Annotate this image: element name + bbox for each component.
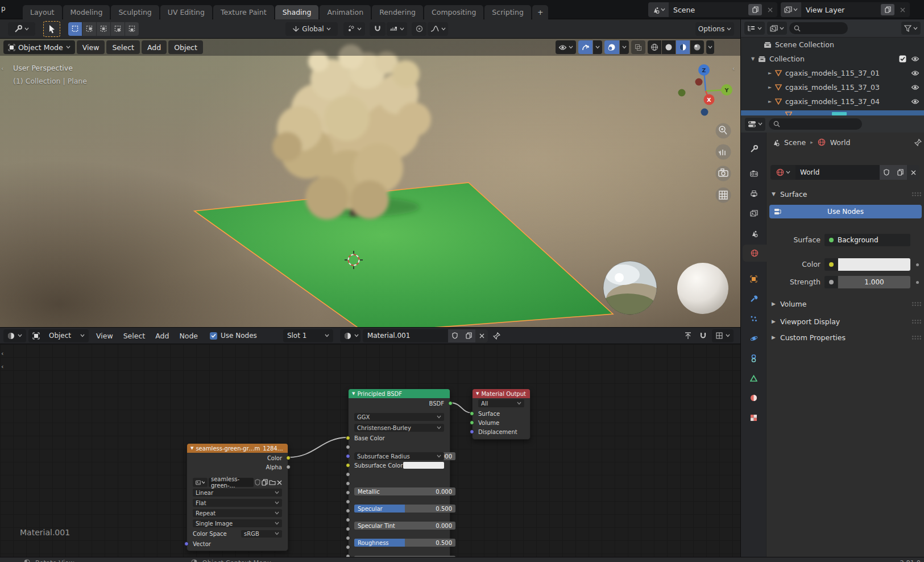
overlays-dropdown[interactable] <box>620 40 629 54</box>
outliner-row-cgaxis-models-115-37-03[interactable]: ►cgaxis_models_115_37_03 <box>741 80 924 94</box>
subsurface-method-dropdown[interactable]: Christensen-Burley <box>354 424 444 432</box>
properties-search-input[interactable] <box>769 118 862 130</box>
select-mode-extend-button[interactable] <box>82 22 96 36</box>
proportional-falloff-dropdown[interactable] <box>428 22 448 36</box>
workspace-tab-compositing[interactable]: Compositing <box>424 5 483 19</box>
view-layer-copy-button[interactable] <box>881 4 894 15</box>
outliner-display-mode-dropdown[interactable] <box>744 22 765 35</box>
target-dropdown[interactable]: All <box>478 399 524 407</box>
color-socket-button[interactable] <box>824 258 838 271</box>
surface-panel-header[interactable]: ▼ Surface <box>767 188 922 200</box>
fake-user-button[interactable] <box>448 329 462 342</box>
pan-hand-button[interactable] <box>716 144 731 160</box>
gray-socket-icon[interactable] <box>346 545 350 549</box>
vector-socket-icon[interactable] <box>470 429 474 434</box>
image-node-header[interactable]: ▼seamless-green-gr…m_1284-52275.png <box>187 444 288 453</box>
breadcrumb-scene[interactable]: Scene <box>784 138 806 147</box>
active-tool-select-button[interactable] <box>43 21 60 37</box>
gray-socket-icon[interactable] <box>286 465 291 469</box>
param-dropdown[interactable]: Subsurface Radius <box>354 452 444 460</box>
scene-browse-button[interactable] <box>648 2 669 17</box>
copy-material-button[interactable] <box>462 329 475 342</box>
gray-socket-icon[interactable] <box>346 518 350 522</box>
image-setting-dropdown[interactable]: Linear <box>193 489 282 497</box>
disclosure-right-icon[interactable]: ► <box>767 99 773 104</box>
disclosure-right-icon[interactable]: ► <box>767 71 773 76</box>
panel-grip-icon[interactable] <box>911 335 922 340</box>
properties-tab-physics[interactable] <box>741 330 766 347</box>
properties-tab-texture[interactable] <box>741 409 766 426</box>
workspace-tab-scripting[interactable]: Scripting <box>484 5 531 19</box>
unlink-world-button[interactable] <box>907 165 919 180</box>
viewport-menu-add[interactable]: Add <box>142 40 167 54</box>
vector-socket-icon[interactable] <box>346 454 350 458</box>
image-name-field[interactable]: seamless-green-… <box>209 478 254 487</box>
outliner-row-cgaxis-models-115-37-04[interactable]: ►cgaxis_models_115_37_04 <box>741 94 924 109</box>
material-preview-sphere[interactable] <box>677 263 728 314</box>
color-swatch[interactable] <box>403 462 444 469</box>
scene-delete-button[interactable] <box>763 4 777 15</box>
properties-tab-data[interactable] <box>741 370 766 387</box>
snap-toggle[interactable] <box>370 22 386 36</box>
outliner-row-collection[interactable]: ▼Collection <box>741 52 924 66</box>
workspace-tab-layout[interactable]: Layout <box>23 5 62 19</box>
shading-rendered-button[interactable] <box>690 40 704 54</box>
param-slider[interactable]: Roughness0.500 <box>354 539 455 547</box>
show-hide-dropdown[interactable] <box>556 40 576 54</box>
world-color-swatch[interactable] <box>838 258 910 271</box>
world-name-field[interactable]: World <box>795 165 880 180</box>
shader-menu-select[interactable]: Select <box>118 332 151 340</box>
select-mode-set-button[interactable] <box>68 22 82 36</box>
shader-node-canvas[interactable]: ‹ ‹ ▼seamless-green-gr…m_1284-52275.png … <box>0 344 741 557</box>
viewport-3d[interactable]: Object Mode ViewSelectAddObject User Per… <box>0 39 741 327</box>
unlink-material-button[interactable] <box>475 329 488 342</box>
workspace-tab-modeling[interactable]: Modeling <box>63 5 110 19</box>
workspace-tab-texture-paint[interactable]: Texture Paint <box>213 5 274 19</box>
gray-socket-icon[interactable] <box>346 472 350 477</box>
folder-icon[interactable] <box>269 480 276 485</box>
animate-dot-icon[interactable] <box>916 263 919 266</box>
surface-value-dropdown[interactable]: Background <box>824 234 910 246</box>
checkbox-checked-icon[interactable] <box>899 55 906 63</box>
distribution-dropdown[interactable]: GGX <box>354 413 444 421</box>
yellow-socket-icon[interactable] <box>286 456 291 460</box>
transform-orientation-dropdown[interactable]: Global <box>285 22 338 36</box>
snap-settings-dropdown[interactable] <box>387 22 407 36</box>
panel-grip-icon[interactable] <box>911 192 922 196</box>
select-mode-invert-button[interactable] <box>111 22 125 36</box>
viewport-menu-view[interactable]: View <box>77 40 105 54</box>
workspace-tab-sculpting[interactable]: Sculpting <box>111 5 159 19</box>
slot-dropdown[interactable]: Slot 1 <box>283 329 333 342</box>
workspace-tab-rendering[interactable]: Rendering <box>372 5 423 19</box>
eye-icon[interactable] <box>911 70 919 76</box>
fake-user-button[interactable] <box>880 165 893 180</box>
properties-display-dropdown[interactable] <box>745 118 765 131</box>
properties-tab-material[interactable] <box>741 389 766 406</box>
properties-tab-view-layer[interactable] <box>741 205 766 222</box>
gizmos-dropdown[interactable] <box>593 40 602 54</box>
properties-tab-render[interactable] <box>741 165 766 182</box>
gray-socket-icon[interactable] <box>346 536 350 540</box>
viewport-menu-object[interactable]: Object <box>168 40 203 54</box>
use-nodes-toggle[interactable]: Use Nodes <box>210 332 257 340</box>
insert-keyframe-icon[interactable] <box>681 329 694 342</box>
yellow-socket-icon[interactable] <box>346 463 350 468</box>
properties-tab-output[interactable] <box>741 185 766 202</box>
gray-socket-icon[interactable] <box>346 499 350 504</box>
gray-socket-icon[interactable] <box>346 490 350 495</box>
camera-view-button[interactable] <box>716 166 731 181</box>
outliner-row-scene-collection[interactable]: Scene Collection <box>741 38 924 52</box>
gray-socket-icon[interactable] <box>346 509 350 513</box>
scene-copy-button[interactable] <box>748 4 762 15</box>
outliner-item-label[interactable]: Collection <box>769 55 805 63</box>
principled-node-header[interactable]: ▼Principled BSDF <box>349 389 450 398</box>
image-texture-node[interactable]: ▼seamless-green-gr…m_1284-52275.png Colo… <box>187 443 288 551</box>
animate-dot-icon[interactable] <box>916 281 919 284</box>
hdri-preview-sphere[interactable] <box>599 261 665 319</box>
image-setting-dropdown[interactable]: Flat <box>193 499 282 507</box>
shading-wireframe-button[interactable] <box>648 40 661 54</box>
shield-icon[interactable] <box>255 479 260 486</box>
gizmos-toggle[interactable] <box>578 40 592 54</box>
outliner-item-label[interactable]: cgaxis_models_115_37_01 <box>785 69 880 77</box>
param-slider[interactable]: Specular Tint0.000 <box>354 522 455 530</box>
